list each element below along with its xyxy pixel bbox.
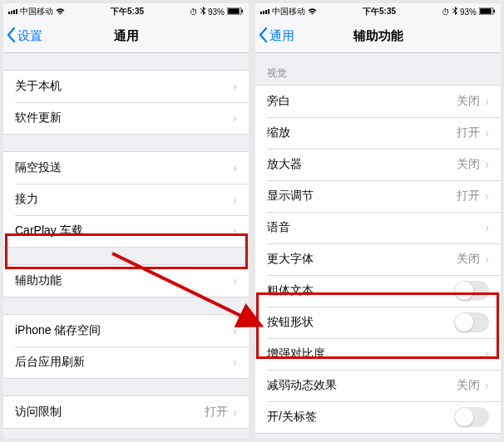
row-speech[interactable]: 语音› <box>255 212 501 243</box>
row-accessibility[interactable]: 辅助功能› <box>3 265 249 297</box>
nav-bar: 设置 通用 <box>3 20 249 53</box>
row-button-shapes[interactable]: 按钮形状 <box>255 307 501 338</box>
chevron-right-icon: › <box>485 95 489 108</box>
row-larger-text[interactable]: 更大字体关闭› <box>255 243 501 275</box>
alarm-icon: ⏱ <box>442 7 450 17</box>
row-increase-contrast[interactable]: 增强对比度› <box>255 338 501 370</box>
row-magnifier[interactable]: 放大器关闭› <box>255 149 501 180</box>
nav-bar: 通用 辅助功能 <box>255 20 501 53</box>
chevron-left-icon <box>259 27 268 45</box>
section-header-interaction: 互动 <box>255 434 501 439</box>
battery-icon <box>227 7 244 17</box>
alarm-icon: ⏱ <box>190 7 198 17</box>
chevron-right-icon: › <box>233 161 237 174</box>
chevron-right-icon: › <box>485 126 489 140</box>
chevron-right-icon: › <box>485 158 489 171</box>
chevron-right-icon: › <box>485 347 489 361</box>
signal-icon <box>8 9 17 14</box>
row-zoom[interactable]: 缩放打开› <box>255 117 501 149</box>
chevron-right-icon: › <box>233 224 237 238</box>
toggle-switch[interactable] <box>454 312 489 332</box>
bluetooth-icon <box>200 7 205 17</box>
row-handoff[interactable]: 接力› <box>3 184 249 215</box>
chevron-right-icon: › <box>233 111 237 125</box>
battery-icon <box>479 7 496 17</box>
status-bar: 中国移动 下午5:35 ⏱ 93% <box>255 3 501 20</box>
svg-rect-2 <box>242 9 244 12</box>
status-bar: 中国移动 下午5:35 ⏱ 93% <box>3 3 249 20</box>
bluetooth-icon <box>452 7 457 17</box>
row-iphone-storage[interactable]: iPhone 储存空间› <box>3 315 249 346</box>
carrier-label: 中国移动 <box>20 6 53 17</box>
status-time: 下午5:35 <box>363 6 396 17</box>
back-label: 设置 <box>17 28 42 44</box>
row-restrictions[interactable]: 访问限制打开› <box>3 396 249 428</box>
row-display-accommodations[interactable]: 显示调节打开› <box>255 180 501 212</box>
svg-rect-4 <box>480 8 492 14</box>
chevron-right-icon: › <box>233 193 237 206</box>
phone-left-general: 中国移动 下午5:35 ⏱ 93% <box>3 3 249 439</box>
row-about[interactable]: 关于本机› <box>3 71 249 102</box>
row-reduce-motion[interactable]: 减弱动态效果关闭› <box>255 370 501 401</box>
chevron-left-icon <box>7 27 16 45</box>
phone-right-accessibility: 中国移动 下午5:35 ⏱ 93% <box>255 3 501 439</box>
back-label: 通用 <box>269 28 294 44</box>
signal-icon <box>260 9 269 14</box>
carrier-label: 中国移动 <box>272 6 305 17</box>
back-button[interactable]: 通用 <box>255 27 294 45</box>
chevron-right-icon: › <box>485 189 489 203</box>
chevron-right-icon: › <box>233 80 237 93</box>
chevron-right-icon: › <box>485 379 489 392</box>
status-time: 下午5:35 <box>111 6 144 17</box>
settings-list: 关于本机› 软件更新› 隔空投送› 接力› CarPlay 车载› 辅助功能› … <box>3 53 249 439</box>
svg-rect-5 <box>494 9 496 12</box>
chevron-right-icon: › <box>233 405 237 419</box>
chevron-right-icon: › <box>233 274 237 287</box>
row-carplay[interactable]: CarPlay 车载› <box>3 215 249 247</box>
chevron-right-icon: › <box>233 356 237 369</box>
chevron-right-icon: › <box>485 253 489 266</box>
svg-rect-1 <box>228 8 240 14</box>
row-bold-text[interactable]: 粗体文本 <box>255 275 501 307</box>
toggle-switch[interactable] <box>454 281 489 301</box>
row-on-off-labels[interactable]: 开/关标签 <box>255 401 501 433</box>
row-background-refresh[interactable]: 后台应用刷新› <box>3 346 249 378</box>
back-button[interactable]: 设置 <box>3 27 42 45</box>
wifi-icon <box>56 7 65 17</box>
chevron-right-icon: › <box>485 221 489 234</box>
chevron-right-icon: › <box>233 324 237 337</box>
row-voiceover[interactable]: 旁白关闭› <box>255 86 501 117</box>
battery-pct: 93% <box>208 7 225 17</box>
battery-pct: 93% <box>460 7 477 17</box>
toggle-switch[interactable] <box>454 407 489 427</box>
row-airdrop[interactable]: 隔空投送› <box>3 152 249 184</box>
wifi-icon <box>308 7 317 17</box>
row-software-update[interactable]: 软件更新› <box>3 102 249 134</box>
settings-list: 视觉 旁白关闭› 缩放打开› 放大器关闭› 显示调节打开› 语音› 更大字体关闭… <box>255 53 501 439</box>
section-header-vision: 视觉 <box>255 53 501 85</box>
